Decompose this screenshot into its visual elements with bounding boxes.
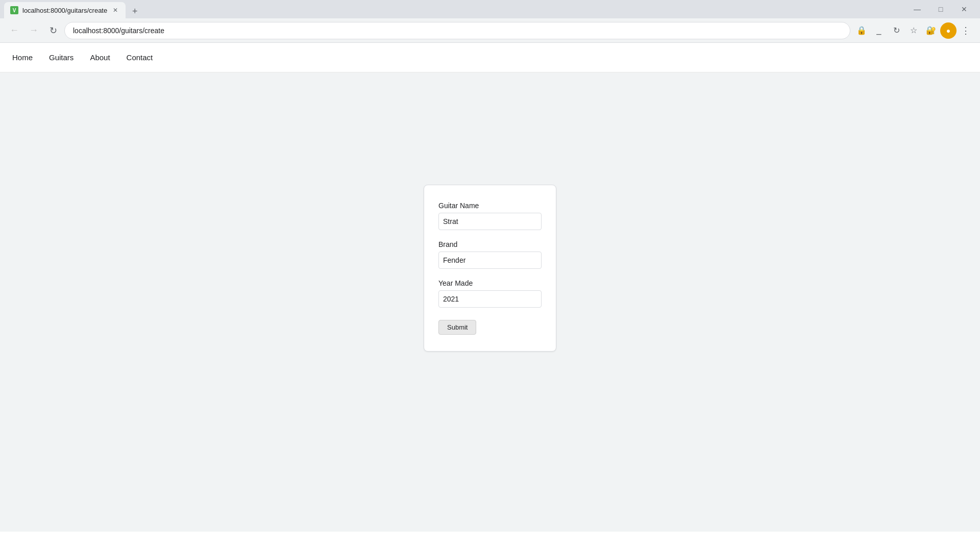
guitar-name-input[interactable]: [438, 213, 542, 230]
minimize-button[interactable]: —: [905, 0, 929, 18]
maximize-button[interactable]: □: [929, 0, 952, 18]
shield-icon[interactable]: 🔒: [853, 22, 870, 39]
bookmark-icon[interactable]: ☆: [905, 22, 922, 39]
guitar-name-group: Guitar Name: [438, 202, 542, 230]
nav-link-about[interactable]: About: [90, 53, 110, 62]
brand-group: Brand: [438, 240, 542, 269]
reload-button[interactable]: ↻: [45, 22, 61, 39]
tab-bar: V localhost:8000/guitars/create ✕ + — □ …: [0, 0, 980, 18]
year-made-label: Year Made: [438, 279, 542, 287]
password-icon[interactable]: 🔐: [923, 22, 939, 39]
active-tab[interactable]: V localhost:8000/guitars/create ✕: [4, 2, 126, 18]
window-controls: — □ ✕: [905, 0, 976, 18]
toolbar-extensions: 🔒 ⎯ ↻ ☆ 🔐 ● ⋮: [853, 22, 974, 39]
nav-link-contact[interactable]: Contact: [127, 53, 153, 62]
year-made-input[interactable]: [438, 290, 542, 308]
forward-button[interactable]: →: [26, 22, 42, 39]
extensions-icon[interactable]: ⎯: [871, 22, 887, 39]
year-made-group: Year Made: [438, 279, 542, 308]
browser-chrome: V localhost:8000/guitars/create ✕ + — □ …: [0, 0, 980, 43]
nav-link-guitars[interactable]: Guitars: [49, 53, 74, 62]
nav-link-home[interactable]: Home: [12, 53, 33, 62]
site-nav: Home Guitars About Contact: [0, 43, 980, 72]
close-window-button[interactable]: ✕: [952, 0, 976, 18]
tab-favicon: V: [10, 6, 18, 14]
main-content: Guitar Name Brand Year Made Submit: [0, 72, 980, 532]
new-tab-button[interactable]: +: [128, 4, 142, 18]
brand-input[interactable]: [438, 252, 542, 269]
guitar-name-label: Guitar Name: [438, 202, 542, 210]
address-bar[interactable]: localhost:8000/guitars/create: [64, 22, 850, 39]
refresh-icon[interactable]: ↻: [888, 22, 904, 39]
brand-label: Brand: [438, 240, 542, 248]
browser-toolbar: ← → ↻ localhost:8000/guitars/create 🔒 ⎯ …: [0, 18, 980, 43]
tab-title: localhost:8000/guitars/create: [22, 7, 107, 14]
profile-icon[interactable]: ●: [940, 22, 957, 39]
form-card: Guitar Name Brand Year Made Submit: [424, 185, 556, 352]
tab-close-icon[interactable]: ✕: [111, 6, 119, 14]
submit-button[interactable]: Submit: [438, 320, 476, 335]
back-button[interactable]: ←: [6, 22, 22, 39]
page-content: Home Guitars About Contact Guitar Name B…: [0, 43, 980, 551]
address-text: localhost:8000/guitars/create: [73, 27, 164, 35]
menu-icon[interactable]: ⋮: [958, 22, 974, 39]
